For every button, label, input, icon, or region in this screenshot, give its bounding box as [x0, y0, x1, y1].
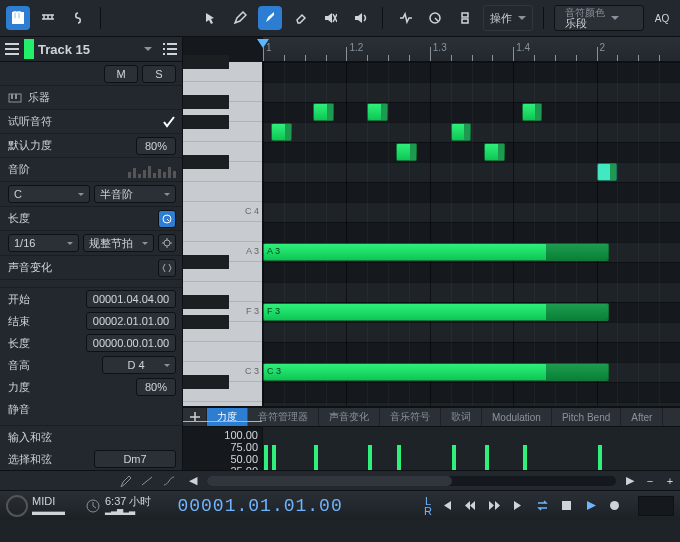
track-color-chip[interactable]: [24, 39, 34, 59]
view-mode-score[interactable]: [66, 6, 90, 30]
snap-toggle[interactable]: [393, 6, 417, 30]
selchord-field[interactable]: Dm7: [94, 450, 176, 468]
length-settings-button[interactable]: [158, 234, 176, 252]
note[interactable]: [367, 103, 388, 121]
velocity-bar[interactable]: [314, 445, 318, 470]
vel-tab[interactable]: Modulation: [482, 408, 552, 426]
vel-tab[interactable]: 声音变化: [319, 408, 380, 426]
fast-forward-button[interactable]: [484, 496, 504, 516]
start-row: 开始00001.04.04.00: [0, 288, 182, 310]
zoom-in-button[interactable]: +: [660, 473, 680, 489]
track-dropdown-icon[interactable]: [144, 47, 152, 51]
track-header: Track 15: [0, 37, 182, 62]
tool-audition[interactable]: [348, 6, 372, 30]
link-clips-icon[interactable]: [453, 6, 477, 30]
svg-rect-2: [18, 12, 20, 19]
stop-button[interactable]: [556, 496, 576, 516]
preview-label: 试听音符: [8, 114, 162, 129]
velocity-grid[interactable]: [263, 427, 680, 470]
velocity-bar[interactable]: [485, 445, 489, 470]
velocity-bar[interactable]: [397, 445, 401, 470]
record-button[interactable]: [604, 496, 624, 516]
scale-type-dropdown[interactable]: 半音阶: [94, 185, 176, 203]
defvel-field[interactable]: 80%: [136, 137, 176, 155]
tool-eraser[interactable]: [288, 6, 312, 30]
length-controls: 1/16 规整节拍: [0, 231, 182, 256]
vel-tab[interactable]: 歌词: [441, 408, 482, 426]
row-instrument: 乐器: [0, 86, 182, 110]
jog-wheel[interactable]: [6, 495, 28, 517]
scale-selector: C 半音阶: [0, 182, 182, 207]
vel-tab[interactable]: 音乐符号: [380, 408, 441, 426]
skip-end-button[interactable]: [508, 496, 528, 516]
solo-button[interactable]: S: [142, 65, 176, 83]
voicing-settings-button[interactable]: [158, 259, 176, 277]
scale-label: 音阶: [8, 162, 128, 177]
svg-rect-5: [11, 94, 13, 99]
end-field[interactable]: 00002.01.01.00: [86, 312, 176, 330]
tool-pointer[interactable]: [198, 6, 222, 30]
note-grid[interactable]: A 3F 3C 3: [263, 62, 680, 406]
preview-checkbox[interactable]: [162, 115, 176, 129]
notecolor-dropdown[interactable]: 音符颜色 乐段: [554, 5, 644, 31]
pitch-row: 音高D 4: [0, 354, 182, 376]
defvel-label: 默认力度: [8, 138, 136, 153]
scroll-right-button[interactable]: ▶: [620, 473, 640, 489]
play-button[interactable]: [580, 496, 600, 516]
note[interactable]: [484, 143, 505, 161]
note[interactable]: [522, 103, 543, 121]
note[interactable]: [271, 123, 292, 141]
pitch-dropdown[interactable]: D 4: [102, 356, 176, 374]
notecolor-title: 音符颜色: [565, 8, 605, 18]
note[interactable]: [396, 143, 417, 161]
note[interactable]: [313, 103, 334, 121]
track-name[interactable]: Track 15: [38, 42, 144, 57]
vtool-pointer-icon[interactable]: [115, 473, 135, 489]
timeline-ruler[interactable]: 11.21.31.42: [263, 37, 680, 62]
len-field[interactable]: 00000.00.01.00: [86, 334, 176, 352]
operations-dropdown[interactable]: 操作: [483, 5, 533, 31]
note[interactable]: [597, 163, 618, 181]
horizontal-scrollbar[interactable]: [207, 476, 616, 486]
track-menu-icon[interactable]: [0, 43, 24, 55]
velocity-bar[interactable]: [368, 445, 372, 470]
tool-mute[interactable]: [318, 6, 342, 30]
clock-icon: [85, 498, 101, 514]
scroll-left-button[interactable]: ◀: [183, 473, 203, 489]
vtool-line-icon[interactable]: [137, 473, 157, 489]
start-field[interactable]: 00001.04.04.00: [86, 290, 176, 308]
defvel-row: 默认力度 80%: [0, 134, 182, 158]
loop-button[interactable]: [532, 496, 552, 516]
mute-button[interactable]: M: [104, 65, 138, 83]
quantize-icon[interactable]: [423, 6, 447, 30]
note[interactable]: F 3: [263, 303, 609, 321]
vtool-curve-icon[interactable]: [159, 473, 179, 489]
track-list-icon[interactable]: [158, 43, 182, 55]
end-row: 结束00002.01.01.00: [0, 310, 182, 332]
length-unit-dropdown[interactable]: 1/16: [8, 234, 79, 252]
piano-keyboard[interactable]: C 4A 3F 3C 3: [183, 62, 263, 406]
note[interactable]: A 3: [263, 243, 609, 261]
view-mode-drum[interactable]: [36, 6, 60, 30]
velocity-bar[interactable]: [598, 445, 602, 470]
scale-key-dropdown[interactable]: C: [8, 185, 90, 203]
tool-pencil[interactable]: [228, 6, 252, 30]
length-mode-dropdown[interactable]: 规整节拍: [83, 234, 154, 252]
auto-quantize[interactable]: AQ: [650, 6, 674, 30]
view-mode-piano[interactable]: [6, 6, 30, 30]
velocity-bar[interactable]: [452, 445, 456, 470]
velocity-bar[interactable]: [523, 445, 527, 470]
vel-tab[interactable]: Pitch Bend: [552, 408, 621, 426]
tool-brush[interactable]: [258, 6, 282, 30]
note[interactable]: [451, 123, 472, 141]
note[interactable]: C 3: [263, 363, 609, 381]
rewind-button[interactable]: [460, 496, 480, 516]
velocity-field[interactable]: 80%: [136, 378, 176, 396]
vel-tab[interactable]: After: [621, 408, 663, 426]
skip-start-button[interactable]: [436, 496, 456, 516]
velocity-bar[interactable]: [264, 445, 268, 470]
velocity-bar[interactable]: [272, 445, 276, 470]
zoom-out-button[interactable]: −: [640, 473, 660, 489]
quantize-link-button[interactable]: [158, 210, 176, 228]
position-display[interactable]: 00001.01.01.00: [177, 496, 342, 516]
